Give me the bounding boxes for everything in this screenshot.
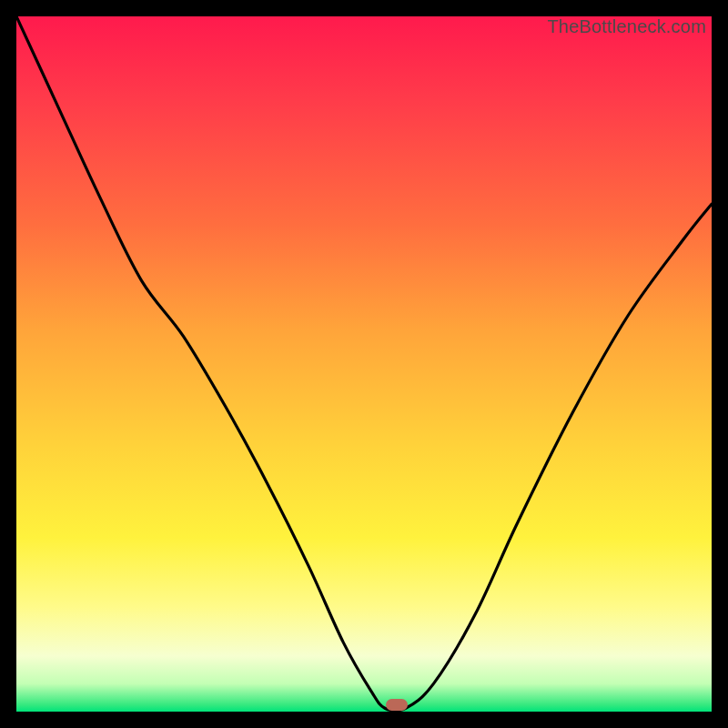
chart-frame: TheBottleneck.com [0,0,728,728]
bottleneck-curve [16,16,712,712]
optimal-marker [386,699,408,711]
plot-area: TheBottleneck.com [16,16,712,712]
curve-path [16,16,712,711]
